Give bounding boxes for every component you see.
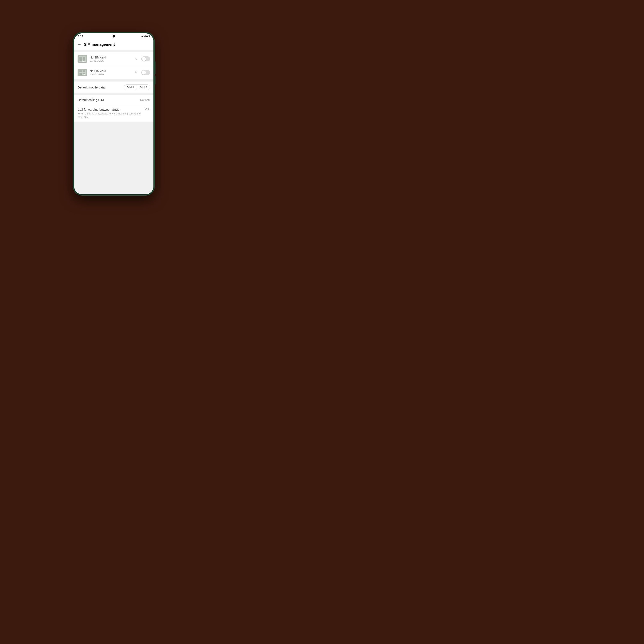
call-forwarding-value: Off xyxy=(145,108,149,111)
sim1-name: No SIM card xyxy=(90,56,132,59)
sim1-info: No SIM card 5G/4G/3G/2G xyxy=(90,56,132,62)
back-button[interactable]: ← xyxy=(78,42,81,47)
mobile-data-label: Default mobile data xyxy=(78,86,105,89)
sim2-network: 5G/4G/3G/2G xyxy=(90,73,132,76)
default-calling-chevron: › xyxy=(149,99,150,101)
sim1-item[interactable]: SIM 1 No SIM card 5G/4G/3G/2G ✎ xyxy=(74,52,153,66)
call-forwarding-title: Call forwarding between SIMs xyxy=(78,108,145,111)
sim2-info: No SIM card 5G/4G/3G/2G xyxy=(90,69,132,76)
page-title: SIM management xyxy=(84,42,115,47)
sim2-icon: SIM 2 xyxy=(78,69,87,76)
sim2-edit-icon[interactable]: ✎ xyxy=(135,71,137,74)
sim2-data-button[interactable]: SIM 2 xyxy=(137,85,150,90)
sim1-edit-icon[interactable]: ✎ xyxy=(135,57,137,61)
bluetooth-icon: ✱ xyxy=(141,35,143,38)
sim1-data-button[interactable]: SIM 1 xyxy=(124,85,137,90)
default-calling-right: Not set › xyxy=(140,98,150,101)
sim2-label: SIM 2 xyxy=(82,74,86,76)
sim-cards-section: SIM 1 No SIM card 5G/4G/3G/2G ✎ xyxy=(74,52,153,79)
phone-screen: 1:19 ✱ ▪ ← SIM management xyxy=(74,33,153,194)
sim1-label: SIM 1 xyxy=(82,60,86,62)
front-camera xyxy=(113,35,115,38)
sim-selector[interactable]: SIM 1 SIM 2 xyxy=(124,84,150,90)
phone-device: 1:19 ✱ ▪ ← SIM management xyxy=(73,32,155,196)
call-forwarding-right: Off › xyxy=(145,108,150,111)
sim1-toggle[interactable] xyxy=(141,56,150,61)
sim1-network: 5G/4G/3G/2G xyxy=(90,60,132,62)
app-bar: ← SIM management xyxy=(74,39,153,50)
call-forwarding-left: Call forwarding between SIMs When a SIM … xyxy=(78,108,145,119)
default-calling-value: Not set xyxy=(140,98,149,101)
call-forwarding-chevron: › xyxy=(149,108,150,111)
mobile-data-section: Default mobile data SIM 1 SIM 2 xyxy=(74,82,153,93)
call-forwarding-description: When a SIM is unavailable, forward incom… xyxy=(78,112,145,119)
call-forwarding-item[interactable]: Call forwarding between SIMs When a SIM … xyxy=(74,105,153,122)
status-icons: ✱ ▪ xyxy=(141,35,150,38)
sim2-name: No SIM card xyxy=(90,69,132,73)
default-calling-item[interactable]: Default calling SIM Not set › xyxy=(74,95,153,105)
signal-icon: ▪ xyxy=(144,35,145,38)
sim2-item[interactable]: SIM 2 No SIM card 5G/4G/3G/2G ✎ xyxy=(74,66,153,79)
status-bar: 1:19 ✱ ▪ xyxy=(74,33,153,39)
settings-section: Default calling SIM Not set › Call forwa… xyxy=(74,95,153,122)
sim1-icon: SIM 1 xyxy=(78,55,87,63)
default-calling-title: Default calling SIM xyxy=(78,98,139,102)
content-area: SIM 1 No SIM card 5G/4G/3G/2G ✎ xyxy=(74,50,153,194)
sim2-toggle[interactable] xyxy=(141,70,150,75)
default-calling-left: Default calling SIM xyxy=(78,98,139,102)
status-time: 1:19 xyxy=(78,35,83,38)
battery-fill xyxy=(146,36,148,37)
battery-icon xyxy=(145,35,150,37)
